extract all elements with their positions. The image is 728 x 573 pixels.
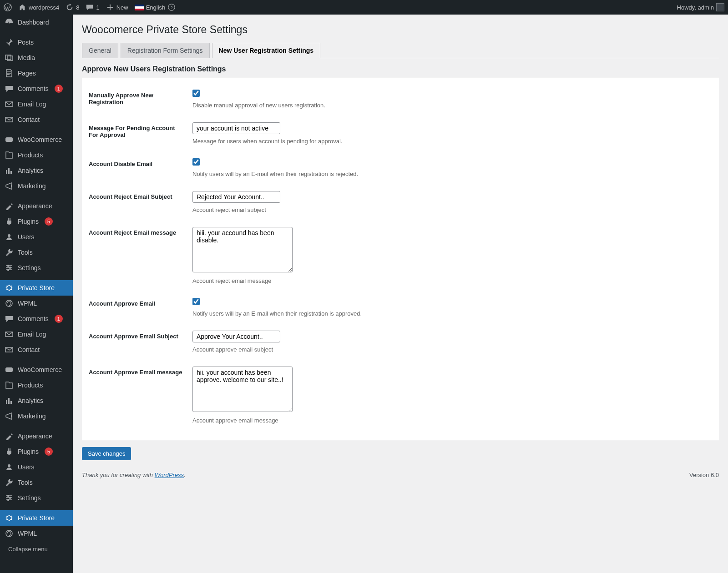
sidebar-item-woocommerce[interactable]: WooCommerce (0, 132, 73, 147)
sidebar-item-label: Settings (18, 494, 41, 502)
sidebar-item-analytics[interactable]: Analytics (0, 393, 73, 408)
sidebar-item-comments[interactable]: Comments1 (0, 81, 73, 96)
tab-new-user-registration-settings[interactable]: New User Registration Settings (212, 43, 321, 58)
sidebar-item-label: Appearance (18, 202, 52, 210)
field-desc: Notify users will by an E-mail when thei… (192, 171, 714, 177)
avatar-icon (716, 3, 724, 11)
sidebar-item-users[interactable]: Users (0, 459, 73, 475)
tools-icon (5, 478, 14, 487)
analytics-icon (5, 166, 14, 175)
users-icon (5, 462, 14, 472)
sidebar-item-users[interactable]: Users (0, 229, 73, 245)
field-label: Account Approve Email (82, 291, 188, 324)
updates-link[interactable]: 8 (66, 3, 79, 11)
appearance-icon (5, 432, 14, 441)
approve-message-textarea[interactable]: hii. your account has been approve. welc… (192, 367, 293, 412)
svg-rect-3 (5, 137, 13, 142)
dashboard-icon (5, 18, 14, 27)
save-button[interactable]: Save changes (82, 447, 131, 460)
sidebar-item-plugins[interactable]: Plugins5 (0, 444, 73, 459)
notification-badge: 1 (55, 85, 63, 93)
section-title: Approve New Users Registration Settings (82, 65, 719, 73)
sidebar-item-tools[interactable]: Tools (0, 475, 73, 490)
home-icon (18, 3, 26, 11)
plugins-icon (5, 217, 14, 226)
sidebar-item-settings[interactable]: Settings (0, 490, 73, 506)
wpml-icon (5, 299, 14, 308)
sidebar-item-label: Contact (18, 116, 40, 123)
sidebar-item-settings[interactable]: Settings (0, 260, 73, 276)
settings-icon (5, 493, 14, 503)
sidebar-item-appearance[interactable]: Appearance (0, 198, 73, 214)
sidebar-item-comments[interactable]: Comments1 (0, 311, 73, 327)
field-label: Account Disable Email (82, 151, 188, 184)
sidebar-item-label: Media (18, 54, 35, 61)
sidebar-item-label: Products (18, 382, 43, 389)
collapse-menu[interactable]: Collapse menu (0, 541, 73, 557)
wordpress-link[interactable]: WordPress (155, 472, 184, 478)
sidebar-item-dashboard[interactable]: Dashboard (0, 15, 73, 30)
field-label: Account Approve Email Subject (82, 324, 188, 360)
gear-icon (5, 283, 14, 292)
reject-subject-input[interactable] (192, 191, 280, 203)
sidebar-item-contact[interactable]: Contact (0, 342, 73, 357)
sidebar-item-label: Analytics (18, 397, 43, 404)
field-desc: Account reject email subject (192, 206, 714, 213)
manual-approve-checkbox[interactable] (192, 90, 200, 97)
pages-icon (5, 69, 14, 78)
sidebar-item-label: Private Store (18, 514, 55, 522)
sidebar-item-label: Products (18, 151, 43, 159)
mail-icon (5, 330, 14, 339)
sidebar-item-marketing[interactable]: Marketing (0, 178, 73, 194)
sidebar-item-private-store[interactable]: Private Store (0, 510, 73, 526)
sidebar-item-private-store[interactable]: Private Store (0, 280, 73, 296)
comments-count: 1 (96, 4, 99, 11)
pending-message-input[interactable] (192, 122, 280, 134)
wp-logo[interactable] (4, 3, 12, 11)
tab-registration-form-settings[interactable]: Registration Form Settings (121, 43, 210, 58)
sidebar-item-label: Plugins (18, 448, 39, 455)
language-picker[interactable]: English ? (135, 3, 176, 11)
sidebar-item-label: Posts (18, 39, 34, 46)
sidebar-item-media[interactable]: Media (0, 50, 73, 65)
sidebar-item-pages[interactable]: Pages (0, 65, 73, 81)
sidebar-item-wpml[interactable]: WPML (0, 296, 73, 311)
comment-icon (5, 84, 14, 93)
new-link[interactable]: New (106, 3, 128, 11)
sidebar-item-label: Tools (18, 249, 33, 256)
tab-general[interactable]: General (82, 43, 118, 58)
approve-subject-input[interactable] (192, 331, 280, 342)
sidebar-item-label: Users (18, 463, 35, 471)
disable-email-checkbox[interactable] (192, 158, 200, 166)
field-label: Account Reject Email message (82, 220, 188, 291)
media-icon (5, 53, 14, 62)
sidebar-item-analytics[interactable]: Analytics (0, 163, 73, 178)
updates-icon (66, 3, 74, 11)
field-label: Message For Pending Account For Approval (82, 116, 188, 151)
sidebar-item-email-log[interactable]: Email Log (0, 327, 73, 342)
sidebar-item-wpml[interactable]: WPML (0, 526, 73, 541)
sidebar-item-contact[interactable]: Contact (0, 112, 73, 127)
sidebar-item-posts[interactable]: Posts (0, 35, 73, 50)
sidebar-item-label: Email Log (18, 101, 46, 108)
pin-icon (5, 38, 14, 47)
sidebar-item-marketing[interactable]: Marketing (0, 408, 73, 424)
sidebar-item-woocommerce[interactable]: WooCommerce (0, 362, 73, 377)
approve-email-checkbox[interactable] (192, 298, 200, 305)
sidebar-item-label: Dashboard (18, 19, 49, 26)
sidebar-item-products[interactable]: Products (0, 147, 73, 163)
sidebar-item-label: WooCommerce (18, 136, 62, 143)
page-title: Woocomerce Private Store Settings (82, 24, 719, 36)
sidebar-item-tools[interactable]: Tools (0, 245, 73, 260)
sidebar-item-products[interactable]: Products (0, 377, 73, 393)
reject-message-textarea[interactable]: hiii. your accound has been disable. (192, 227, 293, 272)
wordpress-icon (4, 3, 12, 11)
field-desc: Account approve email subject (192, 346, 714, 353)
sidebar-item-plugins[interactable]: Plugins5 (0, 214, 73, 229)
sidebar-item-label: Users (18, 233, 35, 241)
sidebar-item-appearance[interactable]: Appearance (0, 428, 73, 444)
account-link[interactable]: Howdy, admin (677, 3, 724, 11)
site-link[interactable]: wordpress4 (18, 3, 59, 11)
comments-link[interactable]: 1 (86, 3, 99, 11)
sidebar-item-email-log[interactable]: Email Log (0, 96, 73, 112)
